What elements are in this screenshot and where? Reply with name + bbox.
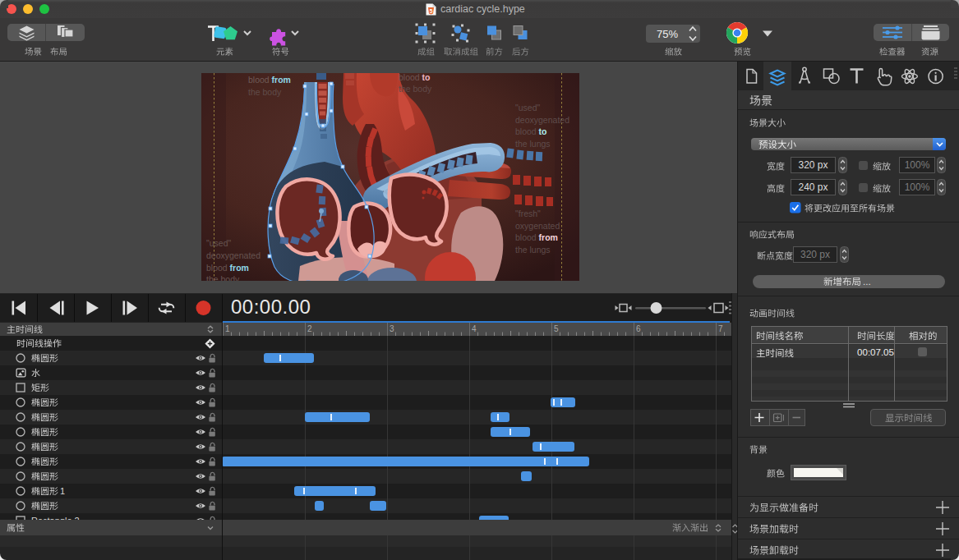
svg-text:7: 7 <box>718 324 723 333</box>
svg-text:1: 1 <box>60 486 65 496</box>
svg-text:"fresh": "fresh" <box>515 209 541 218</box>
svg-text:the body: the body <box>248 87 282 97</box>
svg-text:the body: the body <box>399 84 432 94</box>
svg-text:"used": "used" <box>515 103 540 112</box>
svg-text:4: 4 <box>472 324 477 333</box>
svg-text:the lungs: the lungs <box>515 139 551 149</box>
svg-text:blood from: blood from <box>206 263 249 273</box>
svg-text:blood from: blood from <box>248 75 291 85</box>
svg-text:oxygenated: oxygenated <box>515 221 560 231</box>
svg-text:6: 6 <box>636 324 641 333</box>
svg-text:deoxygenated: deoxygenated <box>515 115 569 125</box>
svg-text:blood from: blood from <box>515 232 558 242</box>
svg-text:"used": "used" <box>206 238 231 248</box>
svg-text:blood to: blood to <box>399 73 431 82</box>
svg-text:5: 5 <box>430 8 433 14</box>
svg-text:2: 2 <box>307 324 312 333</box>
svg-text:3: 3 <box>390 324 394 333</box>
svg-text:75%: 75% <box>657 28 678 40</box>
svg-text:deoxygenated: deoxygenated <box>206 250 260 260</box>
svg-text:the body: the body <box>206 274 240 281</box>
svg-text:blood to: blood to <box>515 126 547 136</box>
svg-text:...: ... <box>863 277 871 287</box>
svg-text:5: 5 <box>554 324 559 333</box>
svg-text:1: 1 <box>225 324 230 333</box>
svg-text:the lungs: the lungs <box>515 245 551 255</box>
